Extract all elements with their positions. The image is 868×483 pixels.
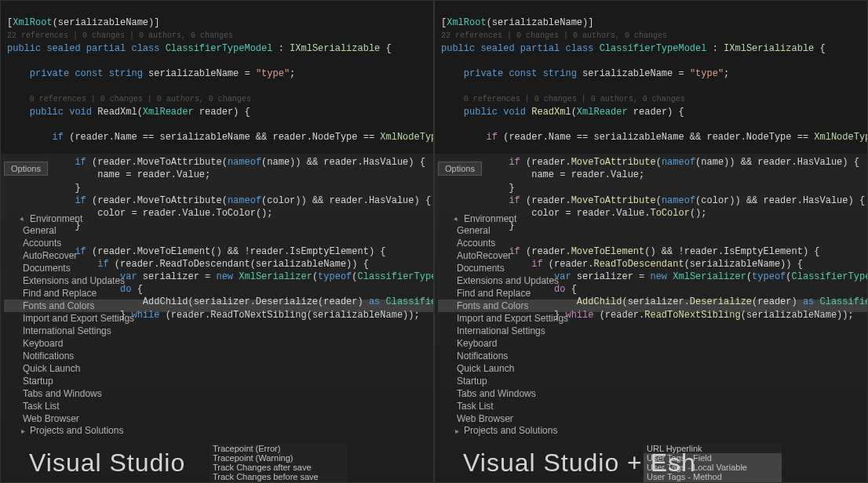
codelens[interactable]: 0 references | 0 changes | 0 authors, 0 …: [464, 95, 685, 104]
display-items-list-left[interactable]: Tracepoint (Error)Tracepoint (Warning)Tr…: [210, 444, 348, 483]
tree-item[interactable]: Tabs and Windows: [438, 387, 867, 400]
tree-item[interactable]: Startup: [4, 375, 433, 387]
tree-item[interactable]: Tabs and Windows: [4, 387, 433, 400]
tree-group-projects[interactable]: Projects and Solutions: [438, 425, 867, 436]
codelens[interactable]: 0 references | 0 changes | 0 authors, 0 …: [30, 95, 251, 104]
tree-item[interactable]: Web Browser: [438, 412, 867, 425]
tree-item[interactable]: Quick Launch: [4, 362, 433, 375]
tree-group-projects[interactable]: Projects and Solutions: [4, 425, 433, 436]
codelens[interactable]: 22 references | 0 changes | 0 authors, 0…: [441, 31, 667, 40]
tree-item[interactable]: Web Browser: [4, 412, 433, 425]
pane-label-right: Visual Studio + Esh: [463, 448, 696, 478]
pane-label-left: Visual Studio: [29, 448, 185, 478]
tree-item[interactable]: Notifications: [4, 350, 433, 362]
tree-item[interactable]: Task List: [4, 400, 433, 412]
tree-item[interactable]: Quick Launch: [438, 362, 867, 375]
tree-item[interactable]: Keyboard: [4, 337, 433, 350]
code-editor-left[interactable]: [XmlRoot(serializableName)] 22 reference…: [1, 1, 433, 337]
right-pane: [XmlRoot(serializableName)] 22 reference…: [434, 0, 868, 483]
tree-item[interactable]: Startup: [438, 375, 867, 387]
display-item[interactable]: Tracepoint (Warning): [210, 453, 348, 463]
attr-name: XmlRoot: [13, 17, 52, 28]
tree-item[interactable]: Keyboard: [438, 337, 867, 350]
display-item[interactable]: Track Changes after save: [210, 463, 348, 472]
display-item[interactable]: Track Changes before save: [210, 472, 348, 481]
code-editor-right[interactable]: [XmlRoot(serializableName)] 22 reference…: [435, 1, 867, 337]
left-pane: [XmlRoot(serializableName)] 22 reference…: [0, 0, 434, 483]
tree-item[interactable]: Task List: [438, 400, 867, 412]
display-item[interactable]: Tracepoint (Error): [210, 444, 348, 453]
attr-arg: (serializableName)]: [53, 17, 160, 28]
codelens[interactable]: 22 references | 0 changes | 0 authors, 0…: [7, 31, 233, 40]
tree-item[interactable]: Notifications: [438, 350, 867, 362]
